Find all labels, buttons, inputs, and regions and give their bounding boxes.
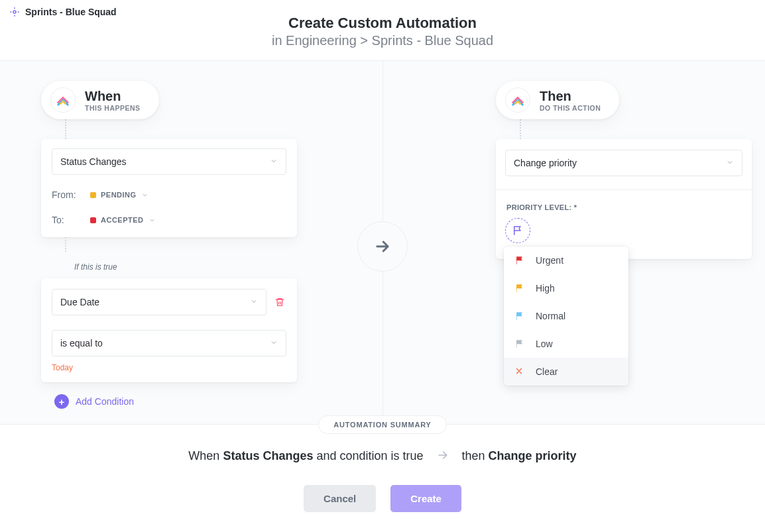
divider xyxy=(496,189,752,190)
brand-icon xyxy=(505,87,530,113)
when-pill: When THIS HAPPENS xyxy=(41,81,159,119)
then-title: Then xyxy=(540,89,601,104)
then-pill: Then DO THIS ACTION xyxy=(496,81,619,119)
if-true-label: If this is true xyxy=(74,262,300,272)
when-title: When xyxy=(85,89,141,104)
summary-trigger: Status Changes xyxy=(223,449,313,462)
summary-prefix: When xyxy=(188,449,223,462)
summary-action: Change priority xyxy=(489,449,577,462)
cancel-button[interactable]: Cancel xyxy=(304,485,376,512)
chevron-down-icon xyxy=(726,158,734,168)
add-condition-label: Add Condition xyxy=(76,396,134,407)
condition-card: Due Date is equal to Today xyxy=(41,278,297,382)
plus-icon: + xyxy=(54,394,69,409)
then-subtitle: DO THIS ACTION xyxy=(540,104,601,112)
action-value: Change priority xyxy=(514,158,577,168)
condition-field-select[interactable]: Due Date xyxy=(52,289,266,315)
summary-then-prefix: then xyxy=(462,449,489,462)
chevron-down-icon xyxy=(270,156,278,167)
chevron-down-icon xyxy=(270,338,278,348)
trigger-select[interactable]: Status Changes xyxy=(52,148,286,175)
flag-icon xyxy=(514,255,525,266)
priority-level-label: PRIORITY LEVEL: * xyxy=(506,203,742,211)
page-subtitle: in Engineering > Sprints - Blue Squad xyxy=(0,33,765,48)
flag-icon xyxy=(514,311,525,321)
summary-mid: and condition is true xyxy=(313,449,423,462)
action-select[interactable]: Change priority xyxy=(505,150,742,176)
breadcrumb[interactable]: Sprints - Blue Squad xyxy=(25,7,117,17)
connector-line xyxy=(65,119,66,139)
priority-option-label: Normal xyxy=(536,311,565,321)
from-label: From: xyxy=(52,189,81,200)
location-icon xyxy=(9,7,20,17)
to-status-chip[interactable]: ACCEPTED xyxy=(90,216,156,224)
condition-field-value: Due Date xyxy=(60,297,99,307)
chevron-down-icon xyxy=(250,297,258,307)
priority-picker-button[interactable] xyxy=(505,218,530,243)
priority-option-label: Low xyxy=(536,339,553,349)
x-icon xyxy=(514,366,525,377)
priority-option-high[interactable]: High xyxy=(504,274,628,302)
action-card: Change priority PRIORITY LEVEL: * xyxy=(496,139,752,259)
add-condition-button[interactable]: + Add Condition xyxy=(54,394,300,409)
priority-option-low[interactable]: Low xyxy=(504,330,628,358)
brand-icon xyxy=(50,87,76,113)
condition-operator-value: is equal to xyxy=(60,338,103,348)
to-status-color xyxy=(90,217,96,223)
priority-option-label: High xyxy=(536,283,555,293)
priority-option-urgent[interactable]: Urgent xyxy=(504,246,628,274)
priority-option-label: Clear xyxy=(536,366,558,377)
trigger-value: Status Changes xyxy=(60,156,127,167)
to-label: To: xyxy=(52,215,81,225)
arrow-right-icon xyxy=(436,449,449,465)
connector-line xyxy=(520,119,521,139)
flow-arrow-icon xyxy=(357,221,408,272)
from-status-color xyxy=(90,192,96,198)
priority-dropdown: UrgentHighNormalLowClear xyxy=(504,246,628,386)
priority-option-clear[interactable]: Clear xyxy=(504,358,628,386)
when-subtitle: THIS HAPPENS xyxy=(85,104,141,112)
from-status-chip[interactable]: PENDING xyxy=(90,191,148,199)
to-status-value: ACCEPTED xyxy=(101,216,144,224)
condition-operator-select[interactable]: is equal to xyxy=(52,330,286,356)
flag-icon xyxy=(514,283,525,293)
create-button[interactable]: Create xyxy=(390,485,461,512)
summary-badge: AUTOMATION SUMMARY xyxy=(318,415,446,434)
priority-option-label: Urgent xyxy=(536,255,563,266)
priority-option-normal[interactable]: Normal xyxy=(504,302,628,330)
delete-condition-button[interactable] xyxy=(273,295,286,309)
from-status-value: PENDING xyxy=(101,191,137,199)
flag-icon xyxy=(514,339,525,349)
svg-point-0 xyxy=(13,11,16,13)
footer: AUTOMATION SUMMARY When Status Changes a… xyxy=(0,424,765,532)
summary-line: When Status Changes and condition is tru… xyxy=(0,449,765,465)
connector-line xyxy=(65,237,66,252)
condition-value-link[interactable]: Today xyxy=(52,363,73,372)
trigger-card: Status Changes From: PENDING To: ACCEPTE… xyxy=(41,139,297,237)
